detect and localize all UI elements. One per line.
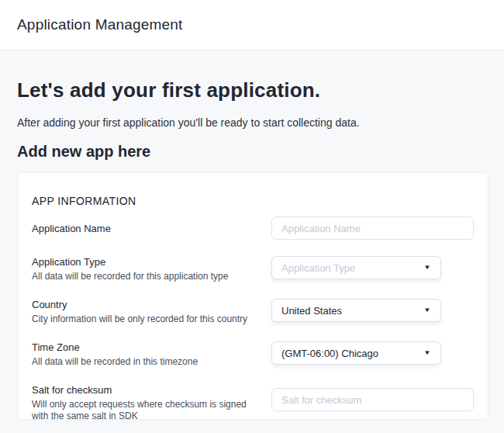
country-field-left: Country City information will be only re… [32, 299, 271, 325]
application-type-label: Application Type [32, 256, 256, 268]
country-select[interactable]: United States ▼ [271, 299, 441, 322]
time-zone-field-left: Time Zone All data will be recorded in t… [32, 341, 271, 368]
country-label: Country [32, 299, 256, 310]
main-content: Let's add your first application. After … [0, 78, 504, 420]
salt-field-left: Salt for checksum Will only accept reque… [32, 384, 271, 420]
time-zone-helper: All data will be recorded in this timezo… [32, 356, 256, 368]
intro-subheading: After adding your first application you'… [17, 116, 488, 129]
application-type-select-value: Application Type [281, 262, 355, 274]
country-row: Country City information will be only re… [32, 299, 474, 325]
intro-heading: Let's add your first application. [17, 78, 488, 102]
salt-helper: Will only accept requests where checksum… [32, 399, 256, 420]
top-bar: Application Management [0, 0, 504, 50]
page-title: Application Management [17, 16, 183, 33]
time-zone-row: Time Zone All data will be recorded in t… [32, 341, 474, 368]
country-select-value: United States [281, 305, 342, 317]
application-name-row: Application Name [32, 216, 474, 240]
application-type-select[interactable]: Application Type ▼ [271, 256, 441, 279]
add-app-section-heading: Add new app here [17, 143, 488, 161]
app-information-card: APP INFORMATION Application Name Applica… [17, 172, 488, 420]
country-helper: City information will be only recorded f… [32, 313, 256, 325]
card-section-title: APP INFORMATION [32, 195, 474, 207]
application-name-label: Application Name [32, 223, 256, 234]
dropdown-caret-icon: ▼ [423, 350, 431, 356]
application-name-field-left: Application Name [32, 223, 271, 234]
application-type-helper: All data will be recorded for this appli… [32, 271, 256, 282]
application-type-row: Application Type All data will be record… [32, 256, 474, 282]
time-zone-select-value: (GMT-06:00) Chicago [281, 348, 378, 359]
dropdown-caret-icon: ▼ [423, 307, 431, 313]
dropdown-caret-icon: ▼ [423, 265, 431, 271]
application-type-field-left: Application Type All data will be record… [32, 256, 271, 282]
salt-for-checksum-row: Salt for checksum Will only accept reque… [32, 384, 474, 420]
time-zone-label: Time Zone [32, 341, 256, 353]
salt-input[interactable] [271, 388, 474, 411]
salt-label: Salt for checksum [32, 384, 256, 396]
time-zone-select[interactable]: (GMT-06:00) Chicago ▼ [271, 341, 441, 365]
application-name-input[interactable] [271, 216, 474, 240]
